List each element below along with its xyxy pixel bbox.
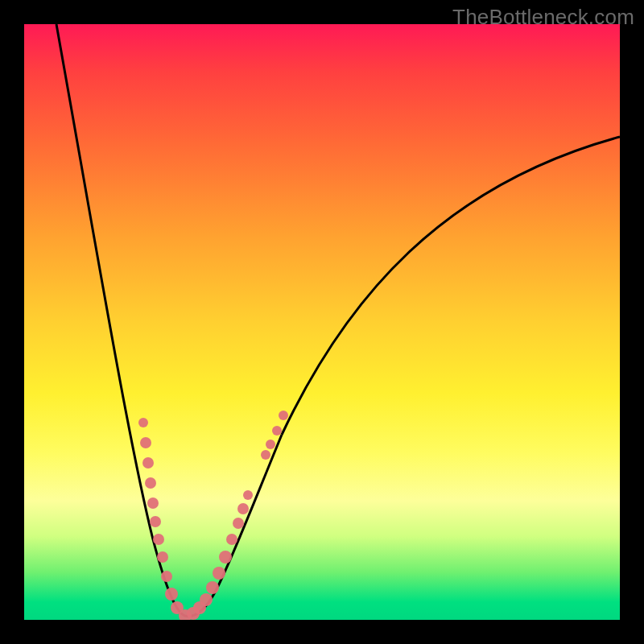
- data-marker: [272, 426, 282, 436]
- data-marker: [138, 418, 148, 427]
- data-marker: [226, 534, 237, 545]
- data-marker: [150, 516, 161, 527]
- data-marker: [140, 437, 151, 448]
- data-marker: [165, 588, 178, 601]
- data-marker: [279, 411, 288, 420]
- data-marker: [219, 551, 232, 564]
- data-marker: [237, 503, 249, 514]
- bottleneck-curve: [24, 24, 620, 620]
- data-marker: [233, 518, 244, 529]
- data-marker: [261, 450, 270, 460]
- data-marker: [153, 534, 164, 545]
- data-marker: [161, 571, 172, 582]
- curve-segment: [56, 24, 282, 617]
- chart-plot-area: [24, 24, 620, 620]
- data-marker: [213, 567, 225, 580]
- data-marker: [157, 551, 168, 563]
- watermark-text: TheBottleneck.com: [452, 5, 634, 30]
- data-marker: [145, 477, 156, 489]
- curve-segment: [282, 137, 620, 435]
- data-marker: [147, 497, 159, 509]
- data-marker: [142, 457, 154, 469]
- data-marker: [243, 490, 253, 500]
- data-marker: [266, 440, 275, 449]
- data-marker: [206, 581, 219, 594]
- data-marker: [200, 593, 213, 606]
